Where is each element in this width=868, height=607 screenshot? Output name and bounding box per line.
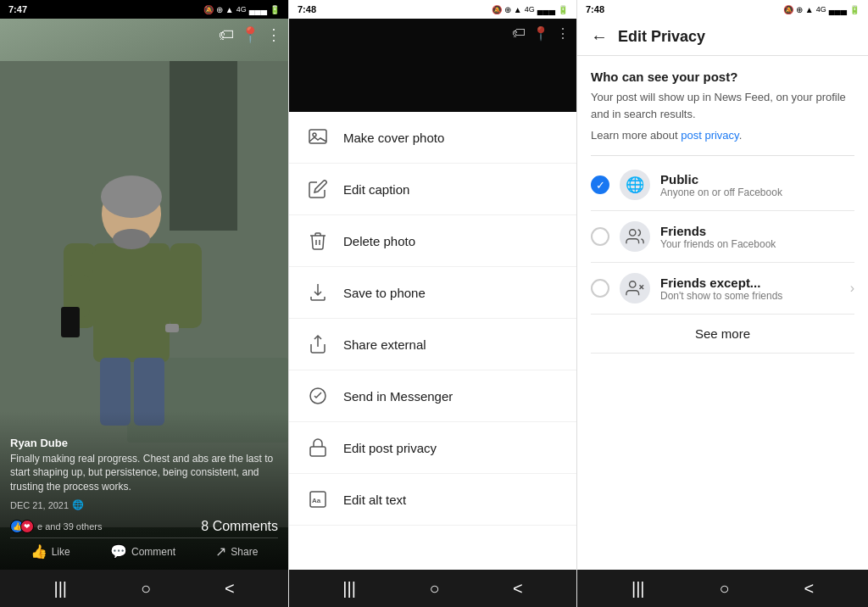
- photo-action-icons: 🏷 📍 ⋮: [219, 25, 281, 44]
- post-author: Ryan Dube: [10, 437, 278, 449]
- photo-preview: 🏷 📍 ⋮: [289, 19, 576, 112]
- nav-back-3-icon[interactable]: <: [804, 579, 814, 599]
- menu-item-edit-post-privacy[interactable]: Edit post privacy: [289, 422, 576, 474]
- edit-post-privacy-icon: [306, 436, 330, 459]
- post-privacy-link[interactable]: post privacy: [681, 129, 738, 142]
- option-public[interactable]: ✓ 🌐 Public Anyone on or off Facebook: [591, 159, 854, 211]
- see-more-button[interactable]: See more: [591, 315, 854, 354]
- menu-item-share-external[interactable]: Share external: [289, 319, 576, 370]
- svg-text:Aa: Aa: [312, 497, 321, 504]
- option-friends-except[interactable]: Friends except... Don't show to some fri…: [591, 263, 854, 315]
- status-icons-3: 🔕 ⊕ ▲ 4G ▄▄▄ 🔋: [783, 5, 860, 14]
- svg-rect-3: [170, 61, 237, 231]
- privacy-title: Edit Privacy: [618, 28, 705, 46]
- post-actions-bar: 👍 Like 💬 Comment ↗ Share: [10, 540, 278, 563]
- svg-rect-10: [64, 248, 93, 277]
- status-icons-1: 🔕 ⊕ ▲ 4G ▄▄▄ 🔋: [203, 5, 280, 14]
- nav-home-3-icon[interactable]: ○: [719, 579, 729, 599]
- more-icon[interactable]: ⋮: [266, 25, 281, 44]
- trash-svg: [308, 231, 328, 251]
- menu-item-edit-caption[interactable]: Edit caption: [289, 164, 576, 215]
- alt-text-svg: Aa: [308, 489, 328, 510]
- tag-icon[interactable]: 🏷: [219, 26, 234, 44]
- time-3: 7:48: [586, 4, 604, 14]
- photo-preview-icons: 🏷 📍 ⋮: [512, 25, 570, 42]
- public-icon: 🌐: [620, 170, 650, 200]
- status-icons-2: 🔕 ⊕ ▲ 4G ▄▄▄ 🔋: [492, 5, 568, 14]
- edit-post-privacy-label: Edit post privacy: [343, 441, 437, 455]
- nav-recent-apps-3-icon[interactable]: |||: [632, 579, 645, 599]
- reaction-left: 👍 ❤ e and 39 others: [10, 520, 102, 533]
- nav-back-2-icon[interactable]: <: [513, 579, 523, 599]
- menu-item-save-to-phone[interactable]: Save to phone: [289, 267, 576, 319]
- panel-edit-privacy: 7:48 🔕 ⊕ ▲ 4G ▄▄▄ 🔋 ← Edit Privacy Who c…: [576, 0, 868, 607]
- see-more-label: See more: [695, 326, 750, 341]
- messenger-svg: [308, 386, 328, 406]
- nav-back-icon[interactable]: <: [225, 579, 235, 599]
- option-friends-except-subtitle: Don't show to some friends: [660, 290, 840, 302]
- post-reactions-bar: 👍 ❤ e and 39 others 8 Comments: [10, 515, 278, 538]
- menu-item-delete-photo[interactable]: Delete photo: [289, 215, 576, 267]
- delete-photo-icon: [306, 229, 330, 253]
- back-button[interactable]: ←: [591, 27, 608, 47]
- context-menu-list: Make cover photo Edit caption Delete: [289, 112, 576, 570]
- like-button[interactable]: 👍 Like: [31, 543, 70, 560]
- nav-home-icon[interactable]: ○: [141, 579, 151, 599]
- status-bar-2: 7:48 🔕 ⊕ ▲ 4G ▄▄▄ 🔋: [289, 0, 576, 19]
- preview-location-icon[interactable]: 📍: [532, 25, 549, 42]
- privacy-question: Who can see your post?: [591, 70, 854, 84]
- option-friends-except-title: Friends except...: [660, 276, 840, 290]
- nav-bar-2: ||| ○ <: [289, 570, 576, 607]
- status-bar-1: 7:47 🔕 ⊕ ▲ 4G ▄▄▄ 🔋: [0, 0, 288, 19]
- share-external-svg: [308, 334, 328, 354]
- svg-rect-12: [61, 307, 80, 337]
- share-icon: ↗: [215, 543, 226, 560]
- option-friends[interactable]: Friends Your friends on Facebook: [591, 211, 854, 263]
- edit-alt-text-label: Edit alt text: [343, 493, 406, 507]
- share-external-label: Share external: [343, 337, 426, 352]
- svg-rect-16: [165, 324, 179, 332]
- save-to-phone-icon: [306, 281, 330, 304]
- privacy-description: Your post will show up in News Feed, on …: [591, 89, 854, 122]
- time-1: 7:47: [8, 4, 27, 14]
- preview-tag-icon[interactable]: 🏷: [512, 25, 526, 42]
- svg-rect-22: [310, 447, 326, 456]
- time-2: 7:48: [298, 4, 316, 14]
- friends-except-icon: [620, 273, 650, 304]
- svg-point-25: [630, 230, 636, 236]
- checkmark-icon: ✓: [596, 179, 605, 192]
- reactions-label: e and 39 others: [37, 521, 102, 532]
- preview-more-icon[interactable]: ⋮: [556, 25, 570, 42]
- svg-rect-19: [309, 130, 326, 143]
- share-button[interactable]: ↗ Share: [215, 543, 258, 560]
- nav-recent-apps-2-icon[interactable]: |||: [342, 579, 356, 599]
- reaction-icons: 👍 ❤: [10, 520, 34, 533]
- post-text: Finally making real progress. Chest and …: [10, 452, 278, 494]
- heart-reaction-icon: ❤: [20, 520, 34, 533]
- option-public-title: Public: [660, 172, 854, 187]
- radio-friends: [591, 227, 609, 246]
- panel-facebook-post: 7:47 🔕 ⊕ ▲ 4G ▄▄▄ 🔋: [0, 0, 288, 607]
- option-public-text: Public Anyone on or off Facebook: [660, 172, 854, 198]
- share-external-icon: [306, 332, 330, 356]
- comment-button[interactable]: 💬 Comment: [110, 543, 175, 560]
- radio-public: ✓: [591, 175, 609, 194]
- location-icon[interactable]: 📍: [241, 25, 259, 44]
- svg-point-6: [101, 175, 162, 218]
- comment-label: Comment: [131, 546, 175, 558]
- save-to-phone-label: Save to phone: [343, 286, 426, 300]
- delete-photo-label: Delete photo: [343, 234, 415, 248]
- menu-item-edit-alt-text[interactable]: Aa Edit alt text: [289, 474, 576, 526]
- svg-point-26: [630, 281, 636, 287]
- thumbs-up-icon: 👍: [31, 543, 47, 560]
- menu-item-make-cover[interactable]: Make cover photo: [289, 112, 576, 164]
- menu-item-send-messenger[interactable]: Send in Messenger: [289, 370, 576, 422]
- option-friends-text: Friends Your friends on Facebook: [660, 224, 854, 250]
- panel-context-menu: 7:48 🔕 ⊕ ▲ 4G ▄▄▄ 🔋 🏷 📍 ⋮: [288, 0, 576, 607]
- comments-count: 8 Comments: [201, 519, 278, 534]
- post-caption-area: Ryan Dube Finally making real progress. …: [0, 411, 288, 570]
- nav-bar-3: ||| ○ <: [577, 570, 868, 607]
- send-messenger-icon: [306, 384, 330, 408]
- nav-home-2-icon[interactable]: ○: [429, 579, 439, 599]
- nav-recent-apps-icon[interactable]: |||: [53, 579, 67, 599]
